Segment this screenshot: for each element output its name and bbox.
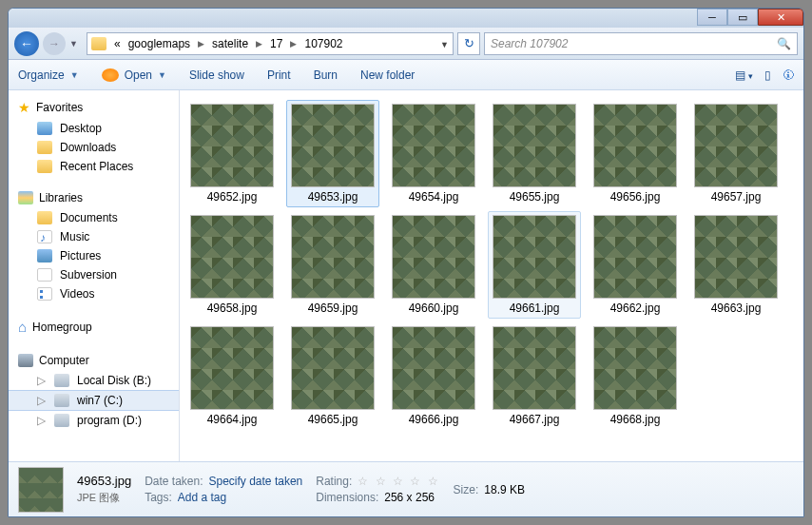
expand-icon[interactable]: ▷ <box>37 394 47 407</box>
close-button[interactable]: ✕ <box>758 9 803 26</box>
thumbnail-image <box>190 215 274 299</box>
rating-stars[interactable]: ☆ ☆ ☆ ☆ ☆ <box>358 475 439 488</box>
organize-menu[interactable]: Organize ▼ <box>18 68 79 82</box>
breadcrumb-item[interactable]: satelite <box>212 37 248 50</box>
file-thumbnail[interactable]: 49653.jpg <box>286 100 379 207</box>
homegroup-group[interactable]: ⌂Homegroup <box>9 315 179 339</box>
sidebar-item-videos[interactable]: Videos <box>9 284 179 303</box>
sidebar-item-drive-d[interactable]: ▷program (D:) <box>9 411 179 430</box>
details-filename: 49653.jpg <box>77 474 131 488</box>
tags-label: Tags: <box>145 491 172 504</box>
back-button[interactable]: ← <box>14 31 39 56</box>
chevron-right-icon[interactable]: ▶ <box>198 39 204 49</box>
documents-icon <box>37 211 52 224</box>
thumbnail-label: 49656.jpg <box>610 190 661 204</box>
expand-icon[interactable]: ▷ <box>37 374 47 387</box>
thumbnail-image <box>493 215 576 299</box>
details-pane: 49653.jpg JPE 图像 Date taken:Specify date… <box>9 461 803 516</box>
thumbnail-label: 49664.jpg <box>207 413 258 426</box>
dimensions-label: Dimensions: <box>316 491 378 504</box>
sidebar-item-recent[interactable]: Recent Places <box>9 157 179 176</box>
breadcrumb-item[interactable]: 107902 <box>304 37 342 50</box>
history-dropdown[interactable]: ▼ <box>69 33 83 54</box>
star-icon: ★ <box>18 100 30 115</box>
file-thumbnail[interactable]: 49662.jpg <box>589 211 682 319</box>
address-dropdown[interactable]: ▼ <box>440 37 449 50</box>
open-menu[interactable]: Open ▼ <box>102 68 166 82</box>
file-thumbnail[interactable]: 49654.jpg <box>387 100 480 207</box>
date-taken-label: Date taken: <box>145 475 203 488</box>
file-thumbnail[interactable]: 49659.jpg <box>286 211 379 319</box>
minimize-button[interactable]: ─ <box>697 9 727 26</box>
details-thumbnail <box>18 467 64 513</box>
search-icon[interactable]: 🔍 <box>777 37 791 50</box>
burn-button[interactable]: Burn <box>314 68 338 82</box>
file-thumbnail[interactable]: 49663.jpg <box>689 211 783 319</box>
open-icon <box>102 68 119 82</box>
breadcrumb-item[interactable]: googlemaps <box>128 37 190 50</box>
thumbnail-image <box>593 326 677 410</box>
thumbnail-image <box>392 215 475 299</box>
file-thumbnail[interactable]: 49652.jpg <box>185 100 279 207</box>
thumbnail-label: 49667.jpg <box>510 413 560 426</box>
file-thumbnail[interactable]: 49666.jpg <box>387 322 480 430</box>
thumbnail-image <box>392 104 475 187</box>
sidebar-item-music[interactable]: Music <box>9 227 179 246</box>
date-taken-value[interactable]: Specify date taken <box>209 475 303 488</box>
sidebar-item-subversion[interactable]: Subversion <box>9 265 179 284</box>
music-icon <box>37 230 52 243</box>
open-label: Open <box>125 68 152 82</box>
file-thumbnail[interactable]: 49657.jpg <box>689 100 783 207</box>
size-value: 18.9 KB <box>484 483 525 496</box>
file-thumbnail[interactable]: 49668.jpg <box>589 322 682 430</box>
favorites-group[interactable]: ★Favorites <box>9 96 179 119</box>
forward-button[interactable]: → <box>43 32 66 55</box>
sidebar-item-desktop[interactable]: Desktop <box>9 119 179 138</box>
breadcrumb-item[interactable]: 17 <box>270 37 282 50</box>
view-options-button[interactable]: ▤ ▾ <box>735 68 753 82</box>
chevron-right-icon[interactable]: ▶ <box>256 39 262 49</box>
file-thumbnail[interactable]: 49656.jpg <box>589 100 682 207</box>
drive-icon <box>54 394 69 407</box>
thumbnail-label: 49662.jpg <box>610 301 661 315</box>
thumbnail-label: 49668.jpg <box>610 413 661 426</box>
search-input[interactable]: Search 107902 🔍 <box>484 32 798 55</box>
file-thumbnail[interactable]: 49660.jpg <box>387 211 480 319</box>
thumbnail-image <box>190 326 274 410</box>
sidebar-item-documents[interactable]: Documents <box>9 208 179 227</box>
thumbnail-image <box>190 104 274 187</box>
file-list[interactable]: 49652.jpg49653.jpg49654.jpg49655.jpg4965… <box>180 90 803 461</box>
file-thumbnail[interactable]: 49655.jpg <box>488 100 581 207</box>
titlebar[interactable]: ─ ▭ ✕ <box>9 9 803 28</box>
sidebar-item-drive-b[interactable]: ▷Local Disk (B:) <box>9 371 179 390</box>
maximize-button[interactable]: ▭ <box>727 9 758 26</box>
sidebar-item-drive-c[interactable]: ▷win7 (C:) <box>9 390 179 411</box>
thumbnail-label: 49666.jpg <box>409 413 459 426</box>
thumbnail-image <box>291 326 375 410</box>
slideshow-button[interactable]: Slide show <box>189 68 244 82</box>
folder-icon <box>37 141 52 154</box>
sidebar-item-downloads[interactable]: Downloads <box>9 138 179 157</box>
tags-value[interactable]: Add a tag <box>178 491 226 504</box>
breadcrumb-prefix[interactable]: « <box>114 37 121 50</box>
help-button[interactable]: 🛈 <box>783 68 794 82</box>
refresh-button[interactable]: ↻ <box>457 32 480 55</box>
computer-group[interactable]: Computer <box>9 350 179 371</box>
chevron-right-icon[interactable]: ▶ <box>290 39 297 49</box>
libraries-group[interactable]: Libraries <box>9 187 179 208</box>
file-thumbnail[interactable]: 49665.jpg <box>286 322 379 430</box>
file-thumbnail[interactable]: 49661.jpg <box>488 211 581 319</box>
sidebar-item-pictures[interactable]: Pictures <box>9 246 179 265</box>
print-button[interactable]: Print <box>267 68 291 82</box>
thumbnail-label: 49659.jpg <box>308 301 358 315</box>
thumbnail-label: 49653.jpg <box>308 190 358 204</box>
file-thumbnail[interactable]: 49658.jpg <box>185 211 279 319</box>
expand-icon[interactable]: ▷ <box>37 414 47 427</box>
address-bar[interactable]: « googlemaps ▶ satelite ▶ 17 ▶ 107902 ▼ <box>87 32 454 55</box>
new-folder-button[interactable]: New folder <box>360 68 415 82</box>
subversion-icon <box>37 268 52 282</box>
file-thumbnail[interactable]: 49667.jpg <box>488 322 581 430</box>
details-filetype: JPE 图像 <box>77 491 131 505</box>
file-thumbnail[interactable]: 49664.jpg <box>185 322 279 430</box>
preview-pane-button[interactable]: ▯ <box>764 68 771 82</box>
